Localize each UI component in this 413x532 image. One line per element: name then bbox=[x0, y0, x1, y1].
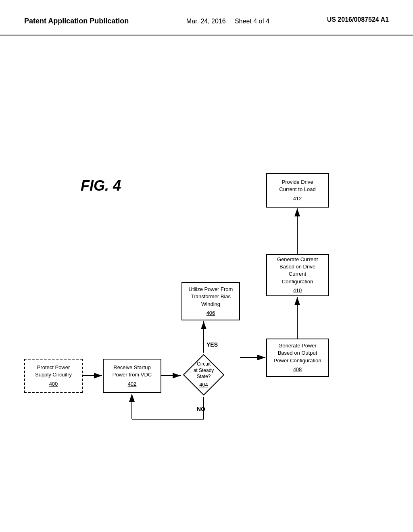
publication-number: US 2016/0087524 A1 bbox=[327, 16, 389, 23]
svg-text:YES: YES bbox=[206, 341, 218, 348]
publication-date: Mar. 24, 2016 bbox=[186, 18, 226, 25]
sheet-info: Sheet 4 of 4 bbox=[235, 18, 269, 25]
header-center: Mar. 24, 2016 Sheet 4 of 4 bbox=[186, 16, 269, 27]
publication-title: Patent Application Publication bbox=[24, 16, 129, 26]
arrows-svg: YES NO bbox=[0, 56, 413, 532]
page: Patent Application Publication Mar. 24, … bbox=[0, 0, 413, 532]
header: Patent Application Publication Mar. 24, … bbox=[0, 0, 413, 35]
diagram-area: FIG. 4 Protect Power Supply Circuitry 40… bbox=[0, 56, 413, 532]
svg-text:NO: NO bbox=[197, 406, 205, 412]
